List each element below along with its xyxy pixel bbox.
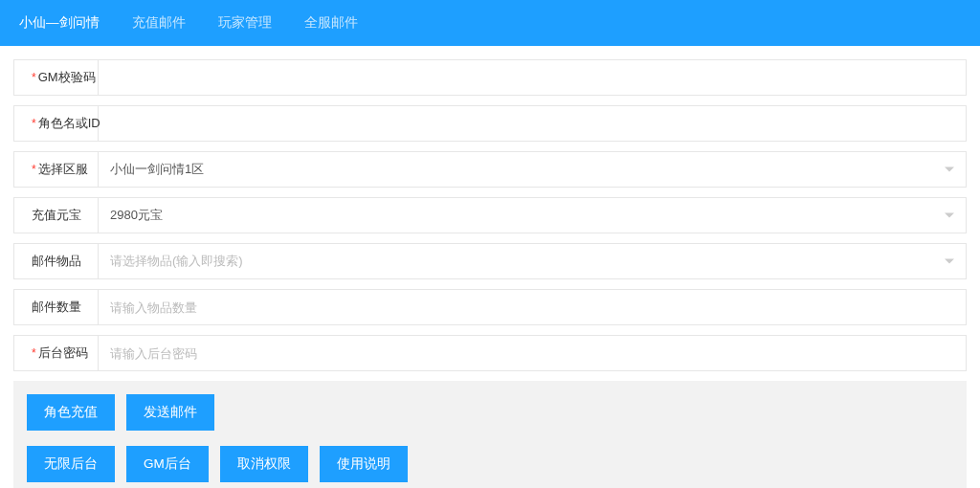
row-server: * 选择区服 小仙一剑问情1区 <box>13 151 967 188</box>
chevron-down-icon <box>945 213 954 218</box>
label-text: 角色名或ID <box>38 115 100 132</box>
control-quantity <box>99 290 966 324</box>
send-mail-button[interactable]: 发送邮件 <box>126 394 214 431</box>
nav-tab-server-mail[interactable]: 全服邮件 <box>304 14 358 32</box>
chevron-down-icon <box>945 259 954 264</box>
label-password: * 后台密码 <box>14 336 99 370</box>
label-text: 邮件数量 <box>32 299 81 316</box>
role-recharge-button[interactable]: 角色充值 <box>27 394 115 431</box>
required-mark: * <box>32 117 36 130</box>
server-select[interactable]: 小仙一剑问情1区 <box>99 152 966 187</box>
password-input[interactable] <box>110 346 954 361</box>
button-row-2: 无限后台 GM后台 取消权限 使用说明 <box>27 446 953 482</box>
control-password <box>99 336 966 370</box>
label-yuanbao: 充值元宝 <box>14 198 99 233</box>
required-mark: * <box>32 346 36 360</box>
nav-tab-main[interactable]: 小仙—剑问情 <box>19 14 100 32</box>
item-placeholder: 请选择物品(输入即搜索) <box>110 253 954 270</box>
gm-code-input[interactable] <box>110 71 954 85</box>
row-role: * 角色名或ID <box>13 105 967 142</box>
quantity-input[interactable] <box>110 300 954 315</box>
server-selected-value: 小仙一剑问情1区 <box>110 161 954 178</box>
nav-tab-player-manage[interactable]: 玩家管理 <box>218 14 272 32</box>
row-yuanbao: 充值元宝 2980元宝 <box>13 197 967 233</box>
control-role <box>99 106 966 141</box>
usage-help-button[interactable]: 使用说明 <box>320 446 408 482</box>
unlimited-backend-button[interactable]: 无限后台 <box>27 446 115 482</box>
gm-backend-button[interactable]: GM后台 <box>126 446 209 482</box>
cancel-permission-button[interactable]: 取消权限 <box>220 446 308 482</box>
label-role: * 角色名或ID <box>14 106 99 141</box>
label-text: 邮件物品 <box>32 253 81 270</box>
yuanbao-selected-value: 2980元宝 <box>110 207 954 224</box>
row-item: 邮件物品 请选择物品(输入即搜索) <box>13 243 967 279</box>
chevron-down-icon <box>945 167 954 172</box>
role-input[interactable] <box>110 117 954 131</box>
label-text: 选择区服 <box>38 161 88 178</box>
button-area: 角色充值 发送邮件 无限后台 GM后台 取消权限 使用说明 <box>13 381 967 488</box>
row-password: * 后台密码 <box>13 335 967 371</box>
yuanbao-select[interactable]: 2980元宝 <box>99 198 966 233</box>
required-mark: * <box>32 163 36 176</box>
label-text: GM校验码 <box>38 69 96 86</box>
nav-tab-recharge-mail[interactable]: 充值邮件 <box>132 14 186 32</box>
row-quantity: 邮件数量 <box>13 289 967 325</box>
item-select[interactable]: 请选择物品(输入即搜索) <box>99 244 966 278</box>
label-item: 邮件物品 <box>14 244 99 278</box>
top-nav: 小仙—剑问情 充值邮件 玩家管理 全服邮件 <box>0 0 980 46</box>
label-text: 充值元宝 <box>32 207 81 224</box>
label-server: * 选择区服 <box>14 152 99 187</box>
button-row-1: 角色充值 发送邮件 <box>27 394 953 431</box>
row-gm-code: * GM校验码 <box>13 59 967 96</box>
label-quantity: 邮件数量 <box>14 290 99 324</box>
form-content: * GM校验码 * 角色名或ID * 选择区服 小仙一剑问情1区 充值元宝 29 <box>0 46 980 488</box>
label-gm-code: * GM校验码 <box>14 60 99 95</box>
label-text: 后台密码 <box>38 344 88 362</box>
required-mark: * <box>32 71 36 84</box>
control-gm-code <box>99 60 966 95</box>
